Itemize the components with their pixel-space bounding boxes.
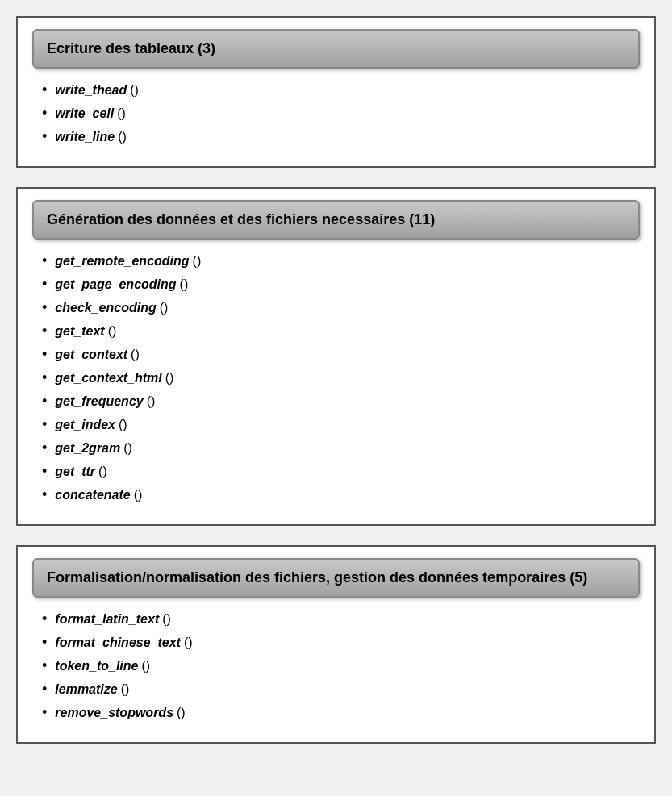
function-parens: () [162, 612, 171, 627]
function-name: get_text [55, 324, 104, 339]
function-parens: () [147, 394, 156, 409]
function-parens: () [123, 441, 132, 456]
function-parens: () [118, 130, 127, 144]
function-name: get_2gram [55, 441, 120, 456]
function-name: check_encoding [55, 301, 156, 315]
function-parens: () [160, 301, 169, 315]
list-item: •get_index () [42, 416, 630, 433]
bullet-icon: • [42, 276, 47, 293]
function-name: get_frequency [55, 394, 143, 409]
section-items-generation-donnees: •get_remote_encoding ()•get_page_encodin… [18, 240, 654, 503]
section-title-generation-donnees: Génération des données et des fichiers n… [47, 211, 625, 228]
list-item: •get_remote_encoding () [42, 252, 630, 269]
function-name: get_page_encoding [55, 277, 176, 292]
section-formalisation-normalisation: Formalisation/normalisation des fichiers… [16, 545, 656, 744]
list-item: •get_2gram () [42, 440, 630, 456]
section-header-formalisation-normalisation: Formalisation/normalisation des fichiers… [32, 558, 640, 598]
list-item: •format_latin_text () [42, 611, 630, 627]
list-item: •write_cell () [42, 105, 630, 122]
function-name: remove_stopwords [55, 706, 173, 720]
function-name: get_context [55, 348, 127, 362]
function-parens: () [184, 636, 193, 650]
section-items-ecriture-tableaux: •write_thead ()•write_cell ()•write_line… [18, 69, 654, 145]
list-item: •get_context () [42, 346, 630, 363]
app-container: Ecriture des tableaux (3)•write_thead ()… [16, 16, 656, 744]
bullet-icon: • [42, 128, 47, 145]
function-parens: () [165, 371, 174, 385]
section-header-generation-donnees: Génération des données et des fichiers n… [32, 200, 640, 240]
list-item: •token_to_line () [42, 657, 630, 674]
bullet-icon: • [42, 105, 47, 122]
list-item: •check_encoding () [42, 299, 630, 316]
function-name: write_cell [55, 106, 114, 121]
bullet-icon: • [42, 634, 47, 651]
function-parens: () [130, 83, 139, 98]
bullet-icon: • [42, 416, 47, 433]
function-parens: () [141, 659, 150, 673]
function-name: get_context_html [55, 371, 161, 385]
function-name: get_ttr [55, 465, 95, 479]
function-name: get_remote_encoding [55, 254, 189, 269]
function-parens: () [131, 348, 140, 362]
list-item: •get_frequency () [42, 393, 630, 410]
function-parens: () [177, 706, 186, 720]
bullet-icon: • [42, 252, 47, 269]
bullet-icon: • [42, 486, 47, 503]
function-parens: () [119, 418, 127, 432]
bullet-icon: • [42, 611, 47, 627]
function-name: write_line [55, 130, 115, 144]
bullet-icon: • [42, 81, 47, 98]
list-item: •remove_stopwords () [42, 704, 630, 721]
function-parens: () [193, 254, 202, 269]
function-parens: () [117, 106, 126, 121]
function-name: format_chinese_text [55, 636, 181, 650]
section-generation-donnees: Génération des données et des fichiers n… [16, 187, 656, 526]
function-name: token_to_line [55, 659, 138, 673]
function-parens: () [98, 465, 107, 479]
list-item: •get_ttr () [42, 463, 630, 480]
bullet-icon: • [42, 440, 47, 456]
bullet-icon: • [42, 299, 47, 316]
function-name: format_latin_text [55, 612, 159, 627]
bullet-icon: • [42, 346, 47, 363]
bullet-icon: • [42, 323, 47, 340]
list-item: •get_context_html () [42, 369, 630, 386]
function-parens: () [134, 488, 143, 502]
list-item: •write_line () [42, 128, 630, 145]
function-name: get_index [55, 418, 115, 432]
bullet-icon: • [42, 681, 47, 698]
list-item: •get_page_encoding () [42, 276, 630, 293]
function-name: lemmatize [55, 682, 117, 697]
list-item: •write_thead () [42, 81, 630, 98]
section-ecriture-tableaux: Ecriture des tableaux (3)•write_thead ()… [16, 16, 656, 168]
section-title-ecriture-tableaux: Ecriture des tableaux (3) [47, 40, 625, 57]
function-name: write_thead [55, 83, 127, 98]
function-parens: () [108, 324, 117, 339]
bullet-icon: • [42, 657, 47, 674]
section-items-formalisation-normalisation: •format_latin_text ()•format_chinese_tex… [18, 598, 654, 721]
function-name: concatenate [55, 488, 130, 502]
list-item: •concatenate () [42, 486, 630, 503]
section-header-ecriture-tableaux: Ecriture des tableaux (3) [32, 29, 640, 69]
bullet-icon: • [42, 369, 47, 386]
bullet-icon: • [42, 393, 47, 410]
list-item: •lemmatize () [42, 681, 630, 698]
function-parens: () [121, 682, 130, 697]
function-parens: () [180, 277, 189, 292]
list-item: •format_chinese_text () [42, 634, 630, 651]
section-title-formalisation-normalisation: Formalisation/normalisation des fichiers… [47, 569, 625, 586]
bullet-icon: • [42, 704, 47, 721]
bullet-icon: • [42, 463, 47, 480]
list-item: •get_text () [42, 323, 630, 340]
